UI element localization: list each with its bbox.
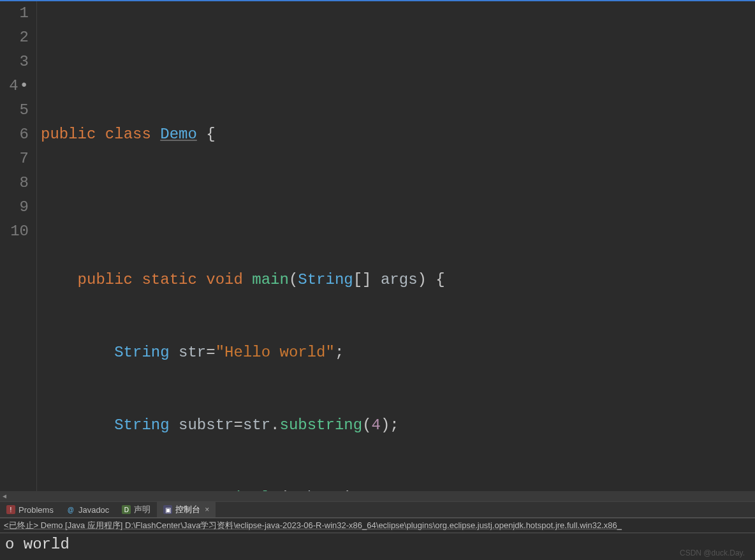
code-area[interactable]: 1 2 3 4 5 6 7 8 9 10 public class Demo {…	[0, 1, 755, 491]
tab-console[interactable]: ▣ 控制台 ×	[157, 502, 216, 517]
line-number: 9	[0, 195, 33, 219]
line-number: 8	[0, 171, 33, 195]
close-icon[interactable]: ×	[205, 505, 209, 514]
line-number: 1	[0, 1, 33, 26]
bottom-tabs-bar: ! Problems @ Javadoc D 声明 ▣ 控制台 ×	[0, 501, 755, 518]
line-number: 3	[0, 50, 33, 74]
javadoc-icon: @	[66, 505, 75, 514]
line-number: 10	[0, 219, 33, 244]
code-content[interactable]: public class Demo { public static void m…	[37, 1, 755, 491]
scroll-left-icon[interactable]: ◀	[0, 492, 9, 500]
console-icon: ▣	[163, 505, 172, 514]
code-line-5[interactable]: String str="Hello world";	[37, 341, 755, 365]
console-status-line: <已终止> Demo [Java 应用程序] D:\FlashCenter\Ja…	[0, 519, 755, 533]
line-number: 4	[0, 74, 33, 98]
code-line-4[interactable]: public static void main(String[] args) {	[37, 268, 755, 292]
console-pane: <已终止> Demo [Java 应用程序] D:\FlashCenter\Ja…	[0, 518, 755, 560]
line-number: 2	[0, 26, 33, 50]
line-number: 5	[0, 98, 33, 122]
code-line-1[interactable]	[37, 50, 755, 74]
console-output[interactable]: o world	[0, 533, 755, 560]
code-line-3[interactable]	[37, 195, 755, 219]
code-line-6[interactable]: String substr=str.substring(4);	[37, 413, 755, 438]
tab-label: 控制台	[175, 504, 200, 515]
watermark: CSDN @duck.Day.	[680, 549, 745, 557]
tab-label: 声明	[134, 504, 150, 515]
tab-label: Problems	[18, 505, 54, 515]
code-line-7[interactable]: System.out.println(substr);	[37, 486, 755, 491]
declaration-icon: D	[122, 505, 131, 514]
line-number-gutter: 1 2 3 4 5 6 7 8 9 10	[0, 1, 37, 491]
tab-javadoc[interactable]: @ Javadoc	[60, 502, 115, 517]
line-number: 6	[0, 122, 33, 147]
editor-pane: 1 2 3 4 5 6 7 8 9 10 public class Demo {…	[0, 0, 755, 501]
line-number: 7	[0, 147, 33, 171]
tab-problems[interactable]: ! Problems	[0, 502, 60, 517]
horizontal-scrollbar[interactable]: ◀	[0, 491, 755, 501]
tab-label: Javadoc	[78, 505, 109, 515]
code-line-2[interactable]: public class Demo {	[37, 122, 755, 147]
tab-declaration[interactable]: D 声明	[115, 502, 157, 517]
problems-icon: !	[6, 505, 15, 514]
